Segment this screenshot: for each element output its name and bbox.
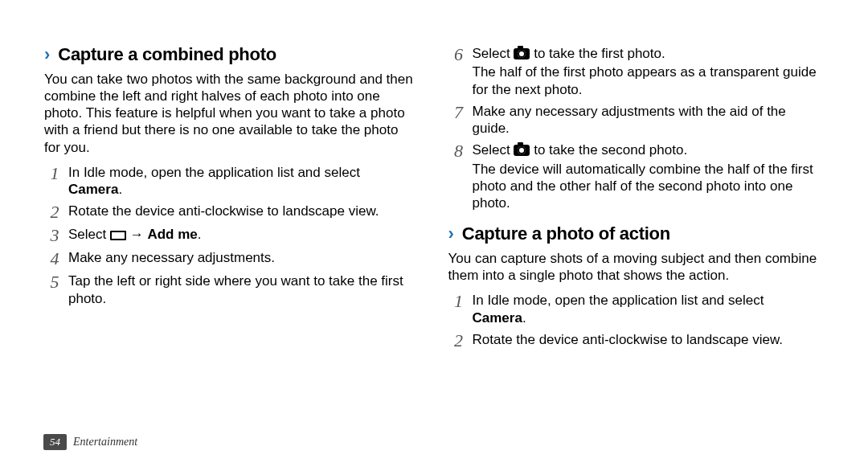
section-title: Capture a photo of action bbox=[462, 223, 670, 245]
step-6: 6 Select to take the first photo. The ha… bbox=[448, 45, 821, 98]
step-3: 3 Select → Add me. bbox=[44, 226, 416, 244]
step-8: 8 Select to take the second photo. The d… bbox=[448, 141, 821, 211]
step-body: Select → Add me. bbox=[65, 226, 416, 243]
rectangle-icon bbox=[110, 231, 126, 240]
manual-page: › Capture a combined photo You can take … bbox=[0, 0, 868, 471]
step-body: In Idle mode, open the application list … bbox=[65, 164, 416, 199]
step-body: Rotate the device anti-clockwise to land… bbox=[65, 203, 416, 219]
step-text: Select bbox=[473, 46, 514, 61]
step-number: 2 bbox=[44, 203, 65, 221]
step-number: 1 bbox=[44, 164, 65, 182]
step-number: 3 bbox=[44, 226, 65, 244]
page-number: 54 bbox=[43, 434, 67, 450]
step-text: . bbox=[198, 227, 202, 242]
section-intro: You can capture shots of a moving subjec… bbox=[448, 250, 821, 285]
step-body: Make any necessary adjustments. bbox=[65, 249, 416, 266]
section-heading-combined: › Capture a combined photo bbox=[44, 43, 416, 66]
step-body: Rotate the device anti-clockwise to land… bbox=[469, 331, 821, 348]
step-number: 6 bbox=[448, 45, 469, 63]
step-number: 8 bbox=[448, 141, 469, 160]
step-number: 1 bbox=[448, 292, 469, 310]
section-heading-action: › Capture a photo of action bbox=[448, 223, 821, 245]
step-2b: 2 Rotate the device anti-clockwise to la… bbox=[448, 331, 821, 350]
step-1: 1 In Idle mode, open the application lis… bbox=[44, 164, 416, 199]
step-number: 2 bbox=[448, 331, 469, 350]
step-text: . bbox=[522, 310, 526, 326]
chevron-icon: › bbox=[44, 46, 50, 63]
step-text: In Idle mode, open the application list … bbox=[473, 293, 764, 308]
step-text: to take the first photo. bbox=[530, 46, 665, 61]
step-extra: The device will automatically combine th… bbox=[473, 161, 821, 212]
step-text: Select bbox=[473, 142, 514, 158]
camera-icon bbox=[514, 145, 530, 156]
step-7: 7 Make any necessary adjustments with th… bbox=[448, 103, 821, 137]
step-body: Make any necessary adjustments with the … bbox=[469, 103, 821, 137]
right-column: 6 Select to take the first photo. The ha… bbox=[440, 40, 837, 455]
step-text: to take the second photo. bbox=[530, 142, 687, 158]
step-2: 2 Rotate the device anti-clockwise to la… bbox=[44, 203, 416, 221]
step-text: Select bbox=[68, 227, 110, 242]
camera-icon bbox=[514, 48, 530, 59]
section-title: Capture a combined photo bbox=[58, 43, 276, 66]
step-bold: Add me bbox=[147, 227, 197, 242]
step-number: 4 bbox=[44, 249, 65, 268]
step-body: Select to take the first photo. The half… bbox=[469, 45, 821, 98]
step-extra: The half of the first photo appears as a… bbox=[473, 63, 821, 98]
step-4: 4 Make any necessary adjustments. bbox=[44, 249, 416, 268]
step-number: 5 bbox=[44, 272, 65, 291]
step-body: In Idle mode, open the application list … bbox=[469, 292, 821, 326]
step-body: Select to take the second photo. The dev… bbox=[469, 141, 821, 211]
step-text: In Idle mode, open the application list … bbox=[68, 165, 360, 180]
chevron-icon: › bbox=[448, 225, 454, 243]
footer-section-label: Entertainment bbox=[73, 436, 137, 448]
step-bold: Camera bbox=[473, 310, 522, 326]
step-text: . bbox=[118, 182, 122, 197]
step-1b: 1 In Idle mode, open the application lis… bbox=[448, 292, 821, 326]
step-body: Tap the left or right side where you wan… bbox=[65, 272, 416, 307]
left-column: › Capture a combined photo You can take … bbox=[44, 40, 440, 455]
arrow-text: → bbox=[126, 227, 147, 242]
step-number: 7 bbox=[448, 103, 469, 121]
step-bold: Camera bbox=[68, 182, 118, 197]
step-5: 5 Tap the left or right side where you w… bbox=[44, 272, 416, 307]
section-intro: You can take two photos with the same ba… bbox=[44, 71, 416, 156]
page-footer: 54 Entertainment bbox=[43, 434, 137, 450]
